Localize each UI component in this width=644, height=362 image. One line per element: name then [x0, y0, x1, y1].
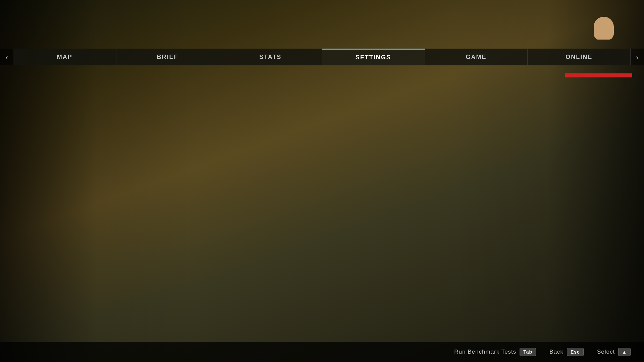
tab-stats[interactable]: STATS: [219, 49, 322, 65]
benchmark-action: Run Benchmark Tests Tab: [454, 348, 536, 356]
select-action: Select ▲: [597, 348, 631, 356]
select-key: ▲: [618, 348, 631, 356]
nav-tabs: ‹ MAPBRIEFSTATSSETTINGSGAMEONLINE ›: [0, 49, 644, 65]
nav-left-arrow[interactable]: ‹: [0, 49, 13, 65]
tabs-container: MAPBRIEFSTATSSETTINGSGAMEONLINE: [13, 49, 631, 65]
back-label: Back: [549, 349, 564, 355]
memory-bar: [565, 73, 632, 77]
select-label: Select: [597, 349, 615, 355]
memory-bar-fill: [565, 73, 632, 77]
back-key: Esc: [567, 348, 584, 356]
bottom-bar: Run Benchmark Tests Tab Back Esc Select …: [0, 342, 644, 362]
tab-online[interactable]: ONLINE: [528, 49, 631, 65]
tab-game[interactable]: GAME: [425, 49, 528, 65]
tab-settings[interactable]: SETTINGS: [322, 49, 425, 65]
tab-brief[interactable]: BRIEF: [116, 49, 219, 65]
benchmark-label: Run Benchmark Tests: [454, 349, 516, 355]
tab-map[interactable]: MAP: [13, 49, 116, 65]
benchmark-key: Tab: [520, 348, 536, 356]
nav-right-arrow[interactable]: ›: [631, 49, 644, 65]
back-action: Back Esc: [549, 348, 584, 356]
